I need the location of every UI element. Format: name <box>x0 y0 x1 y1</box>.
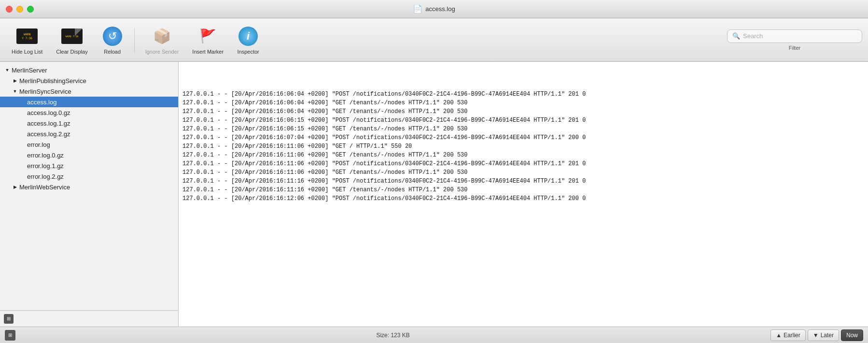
sidebar-item-label: access.log <box>27 99 56 106</box>
log-line: 127.0.0.1 - - [20/Apr/2016:16:11:16 +020… <box>182 186 864 194</box>
log-line: 127.0.0.1 - - [20/Apr/2016:16:11:16 +020… <box>182 177 864 186</box>
sidebar-bottom: ⊞ <box>0 310 178 327</box>
search-filter-area: 🔍 Filter <box>727 29 862 51</box>
toolbar-separator-1 <box>134 28 135 52</box>
ignore-sender-label: Ignore Sender <box>145 49 179 55</box>
hide-log-list-label: Hide Log List <box>12 49 42 55</box>
log-line: 127.0.0.1 - - [20/Apr/2016:16:06:15 +020… <box>182 116 864 125</box>
insert-marker-label: Insert Marker <box>192 49 224 55</box>
inspector-icon: i <box>238 27 258 46</box>
inspector-button[interactable]: i Inspector <box>231 23 265 57</box>
search-bar[interactable]: 🔍 <box>727 29 862 43</box>
sidebar-item-label: error.log.1.gz <box>27 162 64 170</box>
earlier-button[interactable]: ▲ Earlier <box>770 329 806 341</box>
sidebar-item-access-log-2[interactable]: access.log.2.gz <box>0 129 178 139</box>
log-line: 127.0.0.1 - - [20/Apr/2016:16:06:15 +020… <box>182 125 864 133</box>
filter-label: Filter <box>787 45 802 51</box>
inspector-label: Inspector <box>238 49 259 55</box>
now-button[interactable]: Now <box>841 329 863 341</box>
sidebar-item-label: access.log.0.gz <box>27 109 70 116</box>
reload-label: Reload <box>104 49 121 55</box>
log-line: 127.0.0.1 - - [20/Apr/2016:16:07:04 +020… <box>182 133 864 142</box>
window-title: 📄 access.log <box>413 4 455 14</box>
title-bar: 📄 access.log <box>0 0 868 18</box>
status-nav: ▲ Earlier ▼ Later Now <box>770 329 863 341</box>
reload-icon: ↺ <box>103 27 122 46</box>
sidebar-item-merlinweb[interactable]: ▶ MerlinWebService <box>0 182 178 192</box>
hide-log-list-icon <box>16 26 38 47</box>
tree-triangle: ▶ <box>12 185 18 189</box>
close-button[interactable] <box>6 6 13 13</box>
log-line: 127.0.0.1 - - [20/Apr/2016:16:11:06 +020… <box>182 151 864 159</box>
sidebar-item-label: error.log <box>27 141 50 148</box>
ignore-sender-icon: 📦 <box>152 26 173 47</box>
sidebar-item-merlinserver[interactable]: ▼ MerlinServer <box>0 65 178 75</box>
minimize-button[interactable] <box>16 6 23 13</box>
search-icon: 🔍 <box>732 32 740 40</box>
status-bar: ⊞ Size: 123 KB ▲ Earlier ▼ Later Now <box>0 327 868 343</box>
toolbar: Hide Log List WARN 7:36 Clear Display ↺ … <box>0 18 868 62</box>
log-line: 127.0.0.1 - - [20/Apr/2016:16:06:04 +020… <box>182 99 864 107</box>
sidebar-item-merlinsync[interactable]: ▼ MerlinSyncService <box>0 86 178 97</box>
sidebar-item-label: access.log.2.gz <box>27 130 70 138</box>
sidebar-item-label: MerlinSyncService <box>19 88 71 95</box>
sidebar-item-merlinpublishing[interactable]: ▶ MerlinPublishingService <box>0 75 178 86</box>
clear-display-button[interactable]: WARN 7:36 Clear Display <box>50 23 93 57</box>
sidebar-item-error-log-2[interactable]: error.log.2.gz <box>0 171 178 182</box>
sidebar-item-label: MerlinPublishingService <box>19 77 86 85</box>
sidebar-item-error-log-1[interactable]: error.log.1.gz <box>0 160 178 171</box>
search-input[interactable] <box>743 32 857 40</box>
insert-marker-button[interactable]: 🚩 Insert Marker <box>186 23 229 57</box>
window-controls <box>6 6 34 13</box>
sidebar-item-access-log[interactable]: access.log <box>0 97 178 107</box>
ignore-sender-button[interactable]: 📦 Ignore Sender <box>140 23 185 57</box>
clear-display-label: Clear Display <box>56 49 87 55</box>
sidebar-item-access-log-0[interactable]: access.log.0.gz <box>0 107 178 118</box>
hide-log-list-button[interactable]: Hide Log List <box>6 23 48 57</box>
sidebar-item-label: access.log.1.gz <box>27 120 70 127</box>
sidebar-item-label: error.log.2.gz <box>27 173 64 180</box>
reload-icon-area: ↺ <box>102 26 123 47</box>
clear-display-icon-area: WARN 7:36 <box>61 26 83 47</box>
insert-marker-icon: 🚩 <box>197 26 219 47</box>
sidebar-item-error-log-0[interactable]: error.log.0.gz <box>0 150 178 160</box>
main-content: ▼ MerlinServer ▶ MerlinPublishingService… <box>0 62 868 327</box>
sidebar-item-label: error.log.0.gz <box>27 152 64 159</box>
document-icon: 📄 <box>413 4 422 14</box>
sidebar-action-icon[interactable]: ⊞ <box>4 314 14 324</box>
log-line: 127.0.0.1 - - [20/Apr/2016:16:12:06 +020… <box>182 194 864 203</box>
status-file-size: Size: 123 KB <box>15 332 770 339</box>
status-left: ⊞ <box>5 330 15 341</box>
sidebar-item-error-log[interactable]: error.log <box>0 139 178 150</box>
tree-triangle: ▼ <box>4 68 11 72</box>
sidebar-item-label: MerlinWebService <box>19 184 70 191</box>
log-content-area[interactable]: 127.0.0.1 - - [20/Apr/2016:16:06:04 +020… <box>179 62 868 327</box>
log-line: 127.0.0.1 - - [20/Apr/2016:16:11:06 +020… <box>182 159 864 168</box>
sidebar: ▼ MerlinServer ▶ MerlinPublishingService… <box>0 62 179 327</box>
log-line: 127.0.0.1 - - [20/Apr/2016:16:11:06 +020… <box>182 168 864 177</box>
tree-triangle: ▶ <box>12 78 18 83</box>
status-icon[interactable]: ⊞ <box>5 330 15 341</box>
inspector-icon-area: i <box>238 26 259 47</box>
log-line: 127.0.0.1 - - [20/Apr/2016:16:06:04 +020… <box>182 90 864 99</box>
log-line: 127.0.0.1 - - [20/Apr/2016:16:11:06 +020… <box>182 142 864 151</box>
later-button[interactable]: ▼ Later <box>808 329 839 341</box>
tree-triangle: ▼ <box>12 89 18 94</box>
maximize-button[interactable] <box>27 6 34 13</box>
window-title-text: access.log <box>425 5 455 13</box>
sidebar-item-label: MerlinServer <box>12 67 47 74</box>
later-label: Later <box>821 332 834 339</box>
earlier-label: Earlier <box>784 332 800 339</box>
reload-button[interactable]: ↺ Reload <box>96 23 129 57</box>
sidebar-tree: ▼ MerlinServer ▶ MerlinPublishingService… <box>0 62 178 310</box>
now-label: Now <box>846 332 858 339</box>
log-line: 127.0.0.1 - - [20/Apr/2016:16:06:04 +020… <box>182 107 864 116</box>
sidebar-item-access-log-1[interactable]: access.log.1.gz <box>0 118 178 129</box>
